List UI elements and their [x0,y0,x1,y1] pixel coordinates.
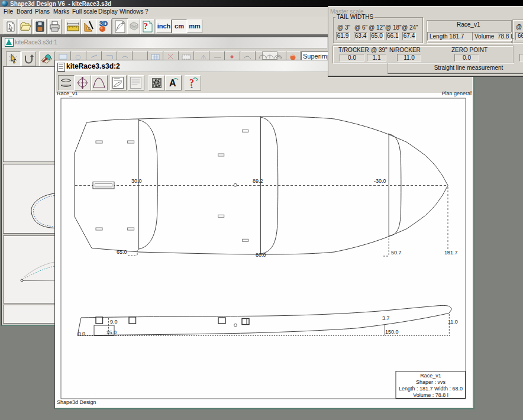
svg-text:15.0: 15.0 [106,329,117,335]
svg-text:?: ? [143,21,148,31]
svg-text:3.7: 3.7 [382,315,390,321]
svg-text:Volume : 78.8 l: Volume : 78.8 l [413,392,448,398]
svg-text:3D: 3D [99,20,108,27]
svg-text:?: ? [189,77,194,88]
svg-text:Shaper : vvs: Shaper : vvs [416,379,446,385]
svg-text:30.0: 30.0 [131,178,142,184]
svg-text:65.0: 65.0 [117,249,127,255]
svg-text:0.0: 0.0 [78,331,86,337]
svg-text:A: A [169,78,176,88]
svg-text:80.0: 80.0 [256,252,266,258]
svg-text:50.7: 50.7 [391,250,402,256]
svg-text:Length : 181.7 Width : 68.0: Length : 181.7 Width : 68.0 [399,386,463,392]
svg-text:11.0: 11.0 [448,319,458,325]
svg-text:-30.0: -30.0 [374,178,386,184]
svg-text:9.0: 9.0 [110,319,118,325]
svg-text:181.7: 181.7 [444,250,458,256]
svg-text:89.2: 89.2 [253,178,263,184]
svg-text:150.0: 150.0 [385,329,399,335]
svg-text:Race_v1: Race_v1 [420,373,441,379]
